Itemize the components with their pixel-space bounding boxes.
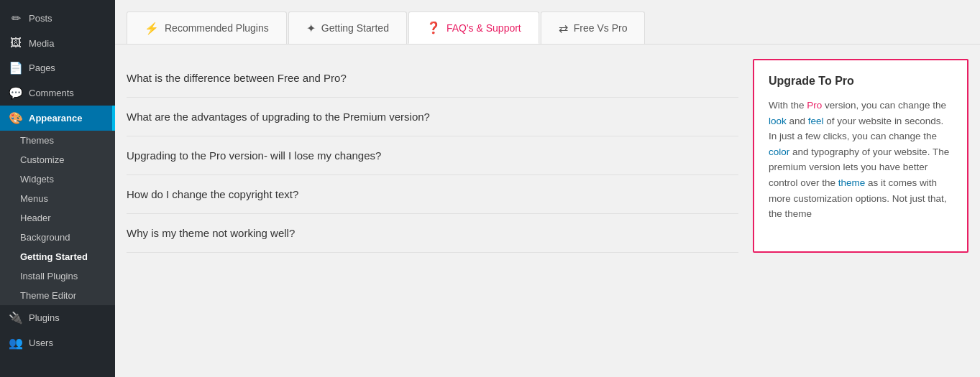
faq-item-2[interactable]: What are the advantages of upgrading to … bbox=[127, 98, 738, 136]
tab-recommended-plugins[interactable]: ⚡ Recommended Plugins bbox=[127, 11, 287, 44]
sidebar-item-background[interactable]: Background bbox=[0, 228, 115, 247]
upgrade-box-description: With the Pro version, you can change the… bbox=[769, 98, 953, 222]
feel-link: feel bbox=[808, 116, 824, 126]
sidebar-item-plugins[interactable]: 🔌 Plugins bbox=[0, 305, 115, 330]
faq-item-4[interactable]: How do I change the copyright text? bbox=[127, 175, 738, 214]
pages-icon: 📄 bbox=[9, 61, 23, 75]
content-area: What is the difference between Free and … bbox=[115, 45, 980, 267]
plugins-icon: 🔌 bbox=[9, 311, 23, 325]
sidebar-item-theme-editor[interactable]: Theme Editor bbox=[0, 286, 115, 305]
sidebar-item-customize[interactable]: Customize bbox=[0, 150, 115, 169]
media-icon: 🖼 bbox=[9, 37, 23, 50]
sidebar-item-menus[interactable]: Menus bbox=[0, 189, 115, 208]
faq-item-3[interactable]: Upgrading to the Pro version- will I los… bbox=[127, 136, 738, 175]
sidebar-item-widgets[interactable]: Widgets bbox=[0, 169, 115, 189]
appearance-submenu: Themes Customize Widgets Menus Header Ba… bbox=[0, 131, 115, 305]
appearance-icon: 🎨 bbox=[9, 111, 23, 125]
faq-item-5[interactable]: Why is my theme not working well? bbox=[127, 214, 738, 253]
sidebar-item-install-plugins[interactable]: Install Plugins bbox=[0, 266, 115, 286]
posts-icon: ✏ bbox=[9, 11, 23, 25]
users-icon: 👥 bbox=[9, 336, 23, 350]
upgrade-box-title: Upgrade To Pro bbox=[769, 75, 953, 88]
color-link: color bbox=[769, 146, 789, 157]
tab-free-vs-pro[interactable]: ⇄ Free Vs Pro bbox=[541, 11, 646, 44]
faq-list: What is the difference between Free and … bbox=[127, 59, 738, 253]
recommended-plugins-icon: ⚡ bbox=[145, 22, 159, 35]
sidebar-item-appearance[interactable]: 🎨 Appearance bbox=[0, 106, 115, 131]
sidebar-item-pages[interactable]: 📄 Pages bbox=[0, 55, 115, 80]
tab-faqs-support[interactable]: ❓ FAQ's & Support bbox=[408, 11, 539, 44]
pro-link: Pro bbox=[807, 100, 822, 111]
sidebar-item-users[interactable]: 👥 Users bbox=[0, 330, 115, 355]
upgrade-box: Upgrade To Pro With the Pro version, you… bbox=[753, 59, 968, 253]
sidebar-item-comments[interactable]: 💬 Comments bbox=[0, 80, 115, 106]
sidebar-item-themes[interactable]: Themes bbox=[0, 131, 115, 150]
sidebar-item-media[interactable]: 🖼 Media bbox=[0, 31, 115, 55]
faq-item-1[interactable]: What is the difference between Free and … bbox=[127, 59, 738, 98]
faqs-icon: ❓ bbox=[426, 21, 441, 34]
getting-started-icon: ✦ bbox=[306, 22, 316, 35]
sidebar: ✏ Posts 🖼 Media 📄 Pages 💬 Comments 🎨 App… bbox=[0, 0, 115, 377]
sidebar-item-header[interactable]: Header bbox=[0, 208, 115, 228]
look-link: look bbox=[769, 116, 787, 126]
theme-link: theme bbox=[838, 177, 866, 188]
tab-getting-started[interactable]: ✦ Getting Started bbox=[288, 11, 407, 44]
free-vs-pro-icon: ⇄ bbox=[559, 22, 568, 35]
comments-icon: 💬 bbox=[9, 86, 23, 100]
sidebar-item-getting-started[interactable]: Getting Started bbox=[0, 247, 115, 266]
sidebar-item-posts[interactable]: ✏ Posts bbox=[0, 6, 115, 31]
main-content: ⚡ Recommended Plugins ✦ Getting Started … bbox=[115, 0, 980, 377]
tabs-bar: ⚡ Recommended Plugins ✦ Getting Started … bbox=[115, 0, 980, 45]
